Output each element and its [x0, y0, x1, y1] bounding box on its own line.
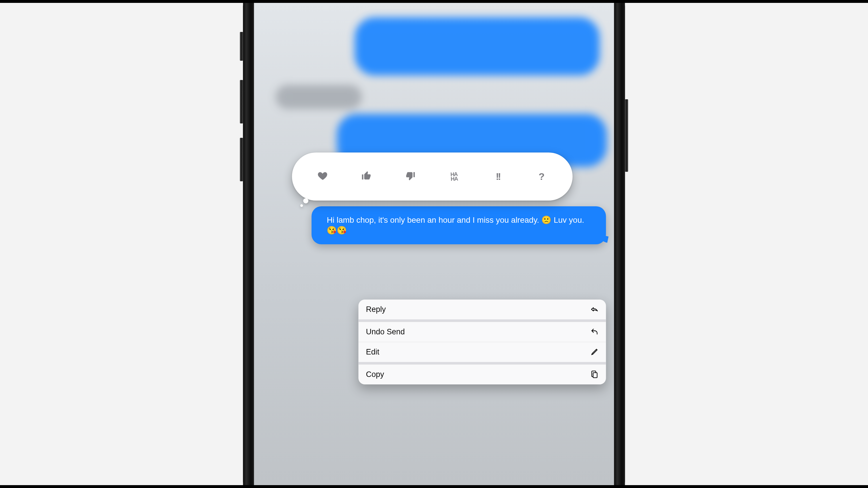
- menu-label: Undo Send: [366, 327, 405, 336]
- thumbs-up-icon: [361, 170, 372, 183]
- menu-separator: [358, 319, 606, 322]
- double-exclaim-icon: !!: [496, 171, 500, 182]
- tapback-thumbs-up[interactable]: [345, 170, 389, 183]
- phone-side-button: [240, 138, 243, 181]
- letterbox: [0, 485, 868, 488]
- menu-copy[interactable]: Copy: [358, 364, 606, 384]
- phone-side-button: [240, 80, 243, 124]
- tapback-bar: HA HA !! ?: [292, 153, 572, 201]
- screenshot-stage: HA HA !! ? Hi lamb chop, it's only been …: [0, 0, 868, 488]
- haha-icon: HA HA: [451, 172, 458, 181]
- letterbox: [0, 0, 868, 3]
- phone-frame: HA HA !! ? Hi lamb chop, it's only been …: [243, 3, 625, 485]
- svg-rect-0: [593, 372, 597, 378]
- menu-label: Edit: [366, 348, 379, 357]
- copy-icon: [591, 370, 599, 378]
- menu-label: Reply: [366, 305, 386, 314]
- pencil-icon: [591, 348, 599, 356]
- phone-side-button: [625, 99, 628, 171]
- heart-icon: [317, 170, 329, 183]
- selected-message-bubble[interactable]: Hi lamb chop, it's only been an hour and…: [312, 206, 606, 244]
- context-menu: Reply Undo Send Edit: [358, 299, 606, 384]
- phone-screen: HA HA !! ? Hi lamb chop, it's only been …: [254, 3, 614, 485]
- question-icon: ?: [539, 171, 545, 182]
- reply-arrow-icon: [591, 305, 599, 313]
- menu-undo-send[interactable]: Undo Send: [358, 322, 606, 342]
- message-text: Hi lamb chop, it's only been an hour and…: [327, 216, 584, 235]
- thumbs-down-icon: [405, 170, 416, 183]
- focused-layer: HA HA !! ? Hi lamb chop, it's only been …: [254, 3, 614, 485]
- tapback-thumbs-down[interactable]: [389, 170, 432, 183]
- menu-reply[interactable]: Reply: [358, 299, 606, 319]
- undo-icon: [591, 328, 599, 336]
- phone-side-button: [240, 32, 243, 61]
- tapback-emphasize[interactable]: !!: [476, 171, 520, 182]
- phone-bezel: [243, 3, 254, 485]
- menu-separator: [358, 362, 606, 364]
- tapback-question[interactable]: ?: [520, 171, 563, 182]
- tapback-haha[interactable]: HA HA: [432, 172, 476, 181]
- tapback-heart[interactable]: [301, 170, 344, 183]
- menu-edit[interactable]: Edit: [358, 342, 606, 362]
- menu-label: Copy: [366, 370, 384, 379]
- phone-bezel: [614, 3, 625, 485]
